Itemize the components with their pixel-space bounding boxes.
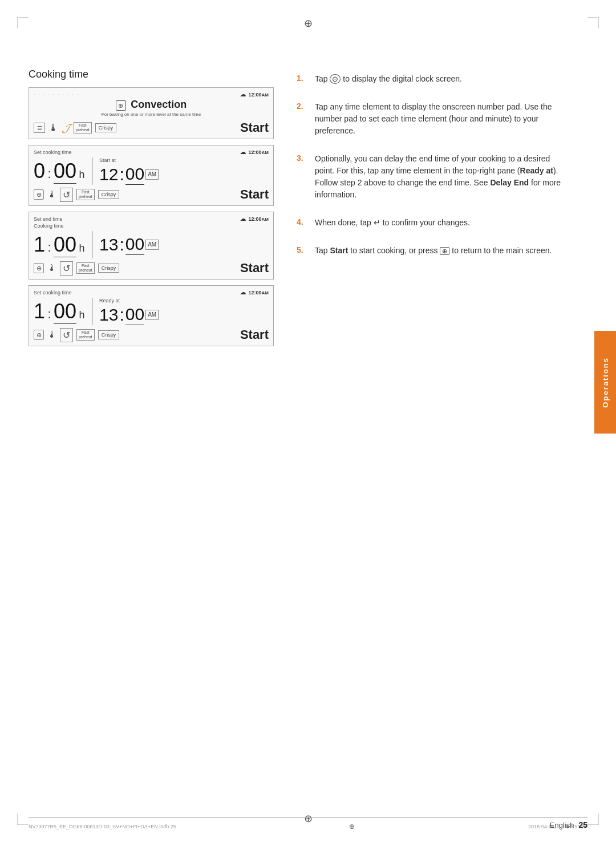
home-icon-4[interactable]: ⊕ <box>34 330 44 340</box>
hour-val-3[interactable]: 1 <box>34 233 45 256</box>
convection-subtitle: For baking on one or more level at the s… <box>34 112 269 117</box>
crispy-btn-4[interactable]: Crispy <box>98 330 120 339</box>
ready-at-label: Ready at <box>99 298 120 303</box>
time-left-3: 1 : 00 h <box>34 234 85 255</box>
bottom-bar-2: ⊕ 🌡 ↺ Fastpreheat Crispy Start <box>34 187 269 202</box>
wifi-icon-3: ☁ <box>240 216 246 222</box>
step-text-5: Tap Start to start cooking, or press ⊕ t… <box>315 246 552 255</box>
time-display-4: 1 : 00 h Ready at 13 : 00 AM <box>34 298 269 325</box>
status-bar-3: Set end time ☁ 12:00AM <box>34 216 269 222</box>
wifi-time-4: ☁ 12:00AM <box>240 289 269 295</box>
clock-m-3[interactable]: 00 <box>125 234 144 255</box>
corner-mark-tl <box>17 17 29 29</box>
timer-icon-3: ↺ <box>60 261 73 276</box>
time-display-2: 0 : 00 h Start at 12 : 00 AM <box>34 157 269 185</box>
clock-h-4[interactable]: 13 <box>99 305 118 325</box>
h-unit-2: h <box>79 169 85 180</box>
time-right-2: Start at 12 : 00 AM <box>99 157 159 185</box>
fast-preheat-btn-4[interactable]: Fastpreheat <box>76 329 95 341</box>
hour-val-2[interactable]: 0 <box>34 159 45 183</box>
crispy-btn-3[interactable]: Crispy <box>98 264 120 273</box>
page-number-area: English 25 <box>550 820 587 829</box>
crispy-btn-2[interactable]: Crispy <box>98 190 120 199</box>
wifi-icon-2: ☁ <box>240 149 246 155</box>
clock-h-2[interactable]: 12 <box>99 165 118 184</box>
oven-screen-2: Set cooking time ☁ 12:00AM 0 : 00 h Star… <box>29 145 274 206</box>
am-box-2[interactable]: AM <box>145 169 159 180</box>
thermometer-icon-4: 🌡 <box>47 330 56 340</box>
page-label: English <box>550 821 574 829</box>
status-dots-1: · · · · · · · · · · <box>34 92 79 97</box>
min-val-2[interactable]: 00 <box>54 159 76 184</box>
time-clock-3: 13 : 00 AM <box>99 234 159 255</box>
left-column: Cooking time · · · · · · · · · · ☁ 12:00… <box>29 68 274 352</box>
bottom-bar-3: ⊕ 🌡 ↺ Fastpreheat Crispy Start <box>34 261 269 276</box>
time-separator-2 <box>92 157 93 185</box>
home-icon-2[interactable]: ⊕ <box>34 189 44 200</box>
bottom-icons-3: ⊕ 🌡 ↺ Fastpreheat Crispy <box>34 261 119 276</box>
convection-icon: ⊕ <box>116 100 126 111</box>
bottom-bar-1: ☰ 🌡 𝓙 Fastpreheat Crispy Start <box>34 120 269 135</box>
footer-bottom: NV73977R5_EE_DG68-00613D-03_SV+NO+FI+DA+… <box>29 823 587 831</box>
time-separator-3 <box>92 231 93 258</box>
right-column: 1. Tap ⊙ to display the digital clock sc… <box>297 68 565 273</box>
status-bar-4: Set cooking time ☁ 12:00AM <box>34 289 269 295</box>
time-right-3: 13 : 00 AM <box>99 234 159 255</box>
step-text-2: Tap any time element to display the onsc… <box>315 102 552 135</box>
clock-m-4[interactable]: 00 <box>125 305 144 325</box>
thermometer-icon-3: 🌡 <box>47 263 56 273</box>
clock-m-2[interactable]: 00 <box>125 164 144 185</box>
h-unit-3: h <box>79 242 85 254</box>
fast-preheat-btn-2[interactable]: Fastpreheat <box>76 189 95 201</box>
handwrite-icon-1: 𝓙 <box>62 122 70 135</box>
min-val-4[interactable]: 00 <box>54 299 76 324</box>
fast-preheat-btn-1[interactable]: Fastpreheat <box>74 122 92 134</box>
step-3: 3. Optionally, you can delay the end tim… <box>297 153 565 201</box>
convection-header: ⊕ Convection <box>34 99 269 111</box>
am-box-3[interactable]: AM <box>145 240 159 250</box>
footer-left: NV73977R5_EE_DG68-00613D-03_SV+NO+FI+DA+… <box>29 824 176 829</box>
crispy-btn-1[interactable]: Crispy <box>95 123 117 132</box>
wifi-time-3: ☁ 12:00AM <box>240 216 269 222</box>
min-val-3[interactable]: 00 <box>54 233 76 257</box>
timer-icon-2: ↺ <box>60 188 73 202</box>
start-btn-3[interactable]: Start <box>240 261 269 276</box>
step-num-5: 5. <box>297 245 303 254</box>
fast-preheat-btn-3[interactable]: Fastpreheat <box>76 262 95 274</box>
wifi-icon-1: ☁ <box>240 91 246 98</box>
cooking-time-label-3: Cooking time <box>34 223 269 229</box>
home-icon-3[interactable]: ⊕ <box>34 263 44 273</box>
bottom-bar-4: ⊕ 🌡 ↺ Fastpreheat Crispy Start <box>34 327 269 342</box>
main-content: Cooking time · · · · · · · · · · ☁ 12:00… <box>29 68 587 796</box>
start-btn-2[interactable]: Start <box>240 187 269 202</box>
step-4: 4. When done, tap ↵ to confirm your chan… <box>297 217 565 229</box>
convection-title: Convection <box>131 99 187 110</box>
time-clock-2: 12 : 00 AM <box>99 164 159 185</box>
hour-val-4[interactable]: 1 <box>34 299 45 323</box>
start-btn-1[interactable]: Start <box>240 120 269 135</box>
step-num-4: 4. <box>297 217 303 226</box>
start-btn-4[interactable]: Start <box>240 327 269 342</box>
page-num: 25 <box>578 820 587 829</box>
h-unit-4: h <box>79 309 85 321</box>
wifi-time-2: ☁ 12:00AM <box>240 149 269 155</box>
corner-mark-br <box>587 813 599 825</box>
step-num-1: 1. <box>297 74 303 83</box>
clock-h-3[interactable]: 13 <box>99 235 118 254</box>
operations-tab: Operations <box>594 331 616 434</box>
step-2: 2. Tap any time element to display the o… <box>297 101 565 137</box>
bottom-icons-4: ⊕ 🌡 ↺ Fastpreheat Crispy <box>34 328 119 342</box>
step-text-4: When done, tap ↵ to confirm your changes… <box>315 218 470 227</box>
oven-screen-4: Set cooking time ☁ 12:00AM 1 : 00 h Read… <box>29 285 274 346</box>
menu-icon[interactable]: ☰ <box>34 123 45 133</box>
step-num-2: 2. <box>297 102 303 111</box>
wifi-time-1: ☁ 12:00AM <box>240 91 269 98</box>
step-text-1: Tap ⊙ to display the digital clock scree… <box>315 74 462 83</box>
time-left-4: 1 : 00 h <box>34 301 85 322</box>
start-at-label: Start at <box>99 157 116 163</box>
set-cooking-time-label-4: Set cooking time <box>34 290 72 295</box>
tap-icon-5: ⊕ <box>440 247 449 255</box>
time-left-2: 0 : 00 h <box>34 161 85 181</box>
footer-center-dot: ⊕ <box>349 823 355 831</box>
am-box-4[interactable]: AM <box>145 310 159 320</box>
